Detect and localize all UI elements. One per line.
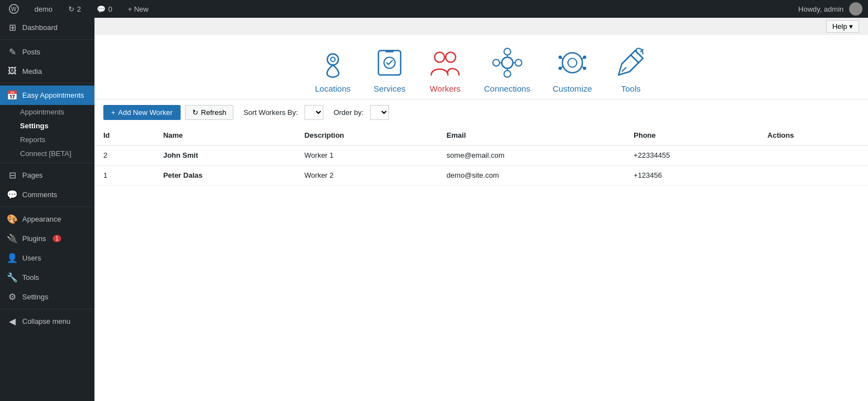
comments-icon: 💬 xyxy=(7,189,18,200)
refresh-button[interactable]: ↻ Refresh xyxy=(185,105,234,120)
cell-description: Worker 1 xyxy=(296,146,438,166)
submenu-settings[interactable]: Settings xyxy=(0,119,94,133)
sidebar-item-comments[interactable]: 💬 Comments xyxy=(0,185,94,204)
comments-icon: 💬 xyxy=(97,5,106,13)
nav-connections-label: Connections xyxy=(484,84,530,93)
howdy-text: Howdy, admin xyxy=(799,5,844,13)
wp-logo-item[interactable]: W xyxy=(6,0,22,18)
submenu-connect[interactable]: Connect [BETA] xyxy=(0,147,94,161)
refresh-icon: ↻ xyxy=(192,108,198,117)
sidebar-item-appearance[interactable]: 🎨 Appearance xyxy=(0,209,94,229)
appearance-icon: 🎨 xyxy=(7,214,18,224)
sidebar: ⊞ Dashboard ✎ Posts 🖼 Media 📅 Easy Appoi… xyxy=(0,18,94,401)
col-actions: Actions xyxy=(759,126,868,146)
sidebar-item-label: Appearance xyxy=(22,215,61,223)
tools-icon: 🔧 xyxy=(7,272,18,283)
svg-point-10 xyxy=(515,59,522,66)
svg-point-6 xyxy=(435,52,445,62)
svg-point-7 xyxy=(446,52,456,62)
updates-item[interactable]: ↻ 2 xyxy=(65,0,84,18)
easy-appointments-icon: 📅 xyxy=(7,90,18,101)
nav-workers-label: Workers xyxy=(430,84,461,93)
order-by-label: Order by: xyxy=(333,108,363,117)
comments-item[interactable]: 💬 0 xyxy=(93,0,116,18)
sidebar-item-label: Users xyxy=(22,254,41,262)
collapse-icon: ◀ xyxy=(7,316,18,327)
site-name: demo xyxy=(34,5,53,13)
sidebar-item-label: Tools xyxy=(22,273,39,282)
sidebar-item-label: Pages xyxy=(22,171,43,179)
sidebar-item-easy-appointments[interactable]: 📅 Easy Appointments xyxy=(0,86,94,105)
sidebar-item-label: Comments xyxy=(22,191,57,199)
help-bar: Help ▾ xyxy=(94,18,868,35)
sidebar-item-media[interactable]: 🖼 Media xyxy=(0,62,94,81)
col-email: Email xyxy=(438,126,625,146)
nav-customize-label: Customize xyxy=(552,84,592,93)
comments-count: 0 xyxy=(108,5,112,13)
nav-locations-label: Locations xyxy=(315,84,351,93)
separator xyxy=(0,163,94,163)
plugins-icon: 🔌 xyxy=(7,233,18,244)
svg-point-12 xyxy=(504,71,511,77)
new-item[interactable]: + New xyxy=(124,0,152,18)
collapse-label: Collapse menu xyxy=(22,317,71,325)
content-wrap: Locations Services xyxy=(94,35,868,401)
help-button[interactable]: Help ▾ xyxy=(826,20,859,33)
nav-services-label: Services xyxy=(373,84,406,93)
add-new-worker-button[interactable]: + Add New Worker xyxy=(103,105,181,120)
sidebar-item-label: Plugins xyxy=(22,234,46,243)
svg-point-23 xyxy=(558,56,562,59)
nav-services[interactable]: Services xyxy=(373,46,406,93)
table-row[interactable]: 1 Peter Dalas Worker 2 demo@site.com +12… xyxy=(94,166,868,186)
media-icon: 🖼 xyxy=(7,66,18,76)
nav-connections[interactable]: Connections xyxy=(484,46,530,93)
submenu-reports[interactable]: Reports xyxy=(0,133,94,147)
sidebar-item-pages[interactable]: ⊟ Pages xyxy=(0,166,94,185)
sidebar-item-label: Media xyxy=(22,67,42,76)
workers-toolbar: + Add New Worker ↻ Refresh Sort Workers … xyxy=(94,99,868,126)
svg-point-24 xyxy=(558,67,562,70)
submenu-appointments[interactable]: Appointments xyxy=(0,105,94,119)
svg-point-9 xyxy=(493,59,500,66)
table-row[interactable]: 2 John Smit Worker 1 some@email.com +223… xyxy=(94,146,868,166)
separator xyxy=(0,83,94,83)
svg-point-2 xyxy=(327,54,338,65)
col-phone: Phone xyxy=(625,126,759,146)
separator xyxy=(0,39,94,40)
sidebar-item-label: Settings xyxy=(22,293,48,301)
users-icon: 👤 xyxy=(7,253,18,263)
sidebar-item-plugins[interactable]: 🔌 Plugins 1 xyxy=(0,229,94,248)
main-content: Help ▾ Locations xyxy=(94,18,868,401)
nav-tools[interactable]: Tools xyxy=(614,46,647,93)
nav-workers[interactable]: Workers xyxy=(428,46,462,93)
sidebar-item-settings[interactable]: ⚙ Settings xyxy=(0,287,94,307)
sort-workers-select[interactable] xyxy=(305,105,323,120)
sidebar-item-label: Dashboard xyxy=(22,23,58,32)
refresh-label: Refresh xyxy=(201,108,227,117)
sidebar-item-dashboard[interactable]: ⊞ Dashboard xyxy=(0,18,94,37)
nav-tools-label: Tools xyxy=(621,84,641,93)
separator xyxy=(0,207,94,207)
order-by-select[interactable] xyxy=(370,105,389,120)
col-name: Name xyxy=(154,126,296,146)
col-description: Description xyxy=(296,126,438,146)
nav-locations[interactable]: Locations xyxy=(315,46,351,93)
workers-table: Id Name Description Email Phone Actions … xyxy=(94,126,868,186)
add-label: Add New Worker xyxy=(118,108,173,117)
workers-table-wrap: Id Name Description Email Phone Actions … xyxy=(94,126,868,197)
pages-icon: ⊟ xyxy=(7,170,18,181)
nav-customize[interactable]: Customize xyxy=(552,46,592,93)
dashboard-icon: ⊞ xyxy=(7,22,18,33)
sidebar-item-posts[interactable]: ✎ Posts xyxy=(0,42,94,62)
sidebar-item-users[interactable]: 👤 Users xyxy=(0,248,94,268)
collapse-menu[interactable]: ◀ Collapse menu xyxy=(0,312,94,331)
sidebar-item-tools[interactable]: 🔧 Tools xyxy=(0,268,94,287)
svg-point-3 xyxy=(331,57,335,62)
cell-phone: +123456 xyxy=(625,166,759,186)
cell-name: John Smit xyxy=(154,146,296,166)
cell-name: Peter Dalas xyxy=(154,166,296,186)
sidebar-item-label: Posts xyxy=(22,48,41,56)
svg-point-18 xyxy=(568,58,577,67)
site-name-item[interactable]: demo xyxy=(31,0,56,18)
add-icon: + xyxy=(111,108,116,117)
